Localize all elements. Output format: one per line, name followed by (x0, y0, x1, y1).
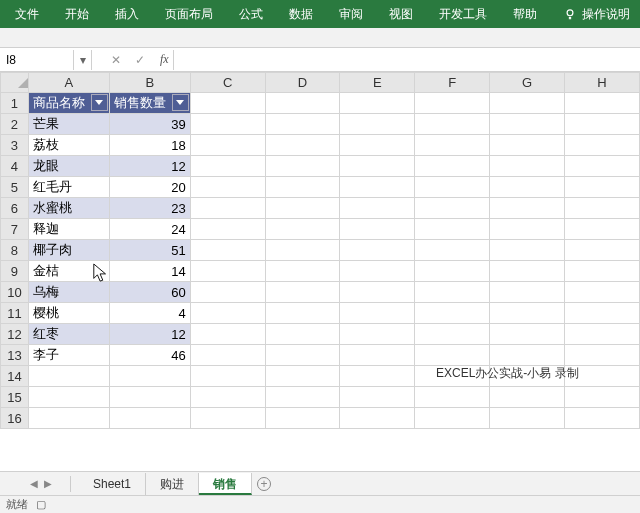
cell-F2[interactable] (415, 114, 490, 135)
cell-A11[interactable]: 樱桃 (28, 303, 109, 324)
cell-G3[interactable] (490, 135, 565, 156)
cell-C3[interactable] (190, 135, 265, 156)
cell-E14[interactable] (340, 366, 415, 387)
row-head-1[interactable]: 1 (1, 93, 29, 114)
cell-G4[interactable] (490, 156, 565, 177)
cell-F15[interactable] (415, 387, 490, 408)
filter-button[interactable] (172, 94, 189, 111)
cell-A3[interactable]: 荔枝 (28, 135, 109, 156)
ribbon-tab-7[interactable]: 视图 (376, 0, 426, 28)
row-head-12[interactable]: 12 (1, 324, 29, 345)
table-header-0[interactable]: 商品名称 (28, 93, 109, 114)
cell-A12[interactable]: 红枣 (28, 324, 109, 345)
cell-E4[interactable] (340, 156, 415, 177)
col-head-E[interactable]: E (340, 73, 415, 93)
enter-icon[interactable]: ✓ (128, 50, 152, 70)
cell-D16[interactable] (265, 408, 340, 429)
cell-C4[interactable] (190, 156, 265, 177)
cell-C14[interactable] (190, 366, 265, 387)
cell-H16[interactable] (565, 408, 640, 429)
col-head-B[interactable]: B (109, 73, 190, 93)
filter-button[interactable] (91, 94, 108, 111)
cell-C6[interactable] (190, 198, 265, 219)
cell-E13[interactable] (340, 345, 415, 366)
cell-G12[interactable] (490, 324, 565, 345)
cell-C15[interactable] (190, 387, 265, 408)
row-head-3[interactable]: 3 (1, 135, 29, 156)
cell-F12[interactable] (415, 324, 490, 345)
col-head-H[interactable]: H (565, 73, 640, 93)
name-box[interactable]: I8 (0, 50, 74, 70)
select-all-corner[interactable] (1, 73, 29, 93)
cell-H7[interactable] (565, 219, 640, 240)
cell-G10[interactable] (490, 282, 565, 303)
cell-H6[interactable] (565, 198, 640, 219)
cell-B11[interactable]: 4 (109, 303, 190, 324)
cell-B4[interactable]: 12 (109, 156, 190, 177)
tell-me[interactable]: 操作说明 (555, 6, 638, 23)
formula-input[interactable] (173, 50, 640, 70)
cell-E3[interactable] (340, 135, 415, 156)
cell-F9[interactable] (415, 261, 490, 282)
cell-H15[interactable] (565, 387, 640, 408)
cell-F11[interactable] (415, 303, 490, 324)
col-head-G[interactable]: G (490, 73, 565, 93)
ribbon-tab-6[interactable]: 审阅 (326, 0, 376, 28)
cell-G6[interactable] (490, 198, 565, 219)
col-head-C[interactable]: C (190, 73, 265, 93)
cell-H10[interactable] (565, 282, 640, 303)
cell-D15[interactable] (265, 387, 340, 408)
cell-E2[interactable] (340, 114, 415, 135)
cell-D9[interactable] (265, 261, 340, 282)
row-head-15[interactable]: 15 (1, 387, 29, 408)
cell-D11[interactable] (265, 303, 340, 324)
tab-nav-next-icon[interactable]: ▶ (44, 478, 52, 489)
cell-D12[interactable] (265, 324, 340, 345)
cell-D4[interactable] (265, 156, 340, 177)
cell-A9[interactable]: 金桔 (28, 261, 109, 282)
cell-G16[interactable] (490, 408, 565, 429)
ribbon-tab-4[interactable]: 公式 (226, 0, 276, 28)
cell-C16[interactable] (190, 408, 265, 429)
cell-B12[interactable]: 12 (109, 324, 190, 345)
cell-F6[interactable] (415, 198, 490, 219)
row-head-6[interactable]: 6 (1, 198, 29, 219)
cell-H8[interactable] (565, 240, 640, 261)
cell-C10[interactable] (190, 282, 265, 303)
cell-B10[interactable]: 60 (109, 282, 190, 303)
cell-H12[interactable] (565, 324, 640, 345)
cell-G13[interactable] (490, 345, 565, 366)
cell-D13[interactable] (265, 345, 340, 366)
tab-nav[interactable]: ◀▶ (20, 478, 62, 489)
cell-E12[interactable] (340, 324, 415, 345)
col-head-D[interactable]: D (265, 73, 340, 93)
cell-E11[interactable] (340, 303, 415, 324)
ribbon-tab-5[interactable]: 数据 (276, 0, 326, 28)
cell-F1[interactable] (415, 93, 490, 114)
cell-E1[interactable] (340, 93, 415, 114)
row-head-2[interactable]: 2 (1, 114, 29, 135)
cell-B7[interactable]: 24 (109, 219, 190, 240)
cell-D6[interactable] (265, 198, 340, 219)
cell-D7[interactable] (265, 219, 340, 240)
cell-B2[interactable]: 39 (109, 114, 190, 135)
fx-icon[interactable]: fx (152, 52, 173, 67)
cell-H4[interactable] (565, 156, 640, 177)
cell-E8[interactable] (340, 240, 415, 261)
cell-C9[interactable] (190, 261, 265, 282)
cell-E7[interactable] (340, 219, 415, 240)
cell-C5[interactable] (190, 177, 265, 198)
cell-D2[interactable] (265, 114, 340, 135)
cell-B9[interactable]: 14 (109, 261, 190, 282)
cell-F5[interactable] (415, 177, 490, 198)
cell-D5[interactable] (265, 177, 340, 198)
cell-E5[interactable] (340, 177, 415, 198)
cell-F13[interactable] (415, 345, 490, 366)
cell-F10[interactable] (415, 282, 490, 303)
cell-F16[interactable] (415, 408, 490, 429)
grid[interactable]: ABCDEFGH 1商品名称销售数量2芒果393荔枝184龙眼125红毛丹206… (0, 72, 640, 471)
sheet-tab-0[interactable]: Sheet1 (79, 473, 146, 495)
cell-H13[interactable] (565, 345, 640, 366)
new-sheet-button[interactable]: + (252, 477, 276, 491)
row-head-9[interactable]: 9 (1, 261, 29, 282)
